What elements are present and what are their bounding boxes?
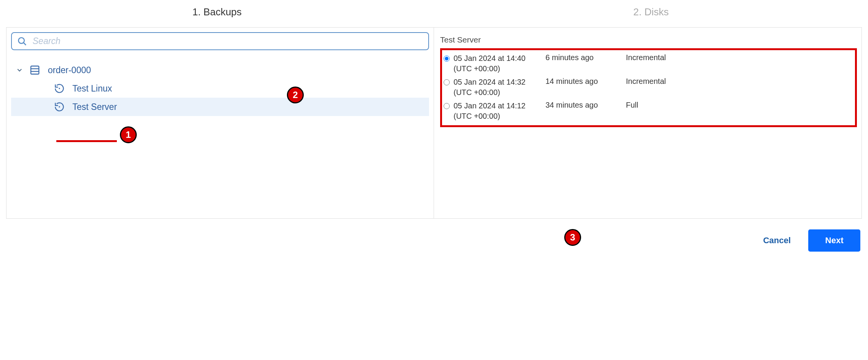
right-panel: Test Server 05 Jan 2024 at 14:40 (UTC +0… <box>434 28 861 218</box>
backup-age: 6 minutes ago <box>545 53 626 62</box>
restore-icon <box>54 83 65 94</box>
backup-radio-wrap <box>444 102 452 111</box>
backup-list: 05 Jan 2024 at 14:40 (UTC +00:00) 6 minu… <box>440 48 857 127</box>
server-icon <box>29 65 40 75</box>
left-panel: order-0000 Test Linux <box>7 28 434 218</box>
backup-row[interactable]: 05 Jan 2024 at 14:12 (UTC +00:00) 34 min… <box>444 99 851 123</box>
tree-child2-label: Test Server <box>72 102 117 112</box>
details-header: Test Server <box>440 35 857 44</box>
backup-age: 34 minutes ago <box>545 101 626 110</box>
cancel-button[interactable]: Cancel <box>752 230 801 251</box>
backup-type: Full <box>626 101 638 110</box>
tree-child1-label: Test Linux <box>72 83 112 94</box>
search-input[interactable] <box>33 36 423 46</box>
svg-point-6 <box>59 106 60 108</box>
annotation-underline <box>56 140 117 142</box>
backup-type: Incremental <box>626 53 666 62</box>
restore-icon <box>54 101 65 112</box>
tree-node-test-linux[interactable]: Test Linux <box>11 79 429 98</box>
backup-tree: order-0000 Test Linux <box>11 61 429 116</box>
annotation-callout-2: 2 <box>287 87 304 103</box>
wizard-step-disks[interactable]: 2. Disks <box>434 6 868 18</box>
annotation-callout-1: 1 <box>120 126 137 143</box>
search-icon <box>17 36 27 46</box>
backup-row[interactable]: 05 Jan 2024 at 14:40 (UTC +00:00) 6 minu… <box>444 52 851 75</box>
footer-bar: Cancel Next <box>0 219 868 259</box>
wizard-step-backups[interactable]: 1. Backups <box>0 6 434 18</box>
annotation-callout-3: 3 <box>564 229 581 246</box>
backup-radio-wrap <box>444 54 452 64</box>
tree-node-test-server[interactable]: Test Server <box>11 98 429 116</box>
svg-line-1 <box>24 43 26 45</box>
next-button[interactable]: Next <box>808 229 860 252</box>
backup-radio[interactable] <box>444 79 450 85</box>
content-frame: order-0000 Test Linux <box>6 27 862 219</box>
search-box[interactable] <box>11 32 429 50</box>
svg-point-5 <box>59 88 60 89</box>
backup-row[interactable]: 05 Jan 2024 at 14:32 (UTC +00:00) 14 min… <box>444 75 851 99</box>
backup-radio[interactable] <box>444 56 450 62</box>
tree-node-root[interactable]: order-0000 <box>11 61 429 79</box>
svg-point-0 <box>18 38 24 43</box>
svg-rect-2 <box>31 66 39 74</box>
backup-date: 05 Jan 2024 at 14:32 (UTC +00:00) <box>454 77 545 98</box>
backup-type: Incremental <box>626 77 666 86</box>
backup-radio-wrap <box>444 78 452 87</box>
tree-root-label: order-0000 <box>48 65 91 75</box>
wizard-steps: 1. Backups 2. Disks <box>0 0 868 27</box>
backup-radio[interactable] <box>444 103 450 109</box>
chevron-down-icon <box>16 66 23 74</box>
backup-date: 05 Jan 2024 at 14:12 (UTC +00:00) <box>454 101 545 121</box>
backup-date: 05 Jan 2024 at 14:40 (UTC +00:00) <box>454 53 545 74</box>
backup-age: 14 minutes ago <box>545 77 626 86</box>
